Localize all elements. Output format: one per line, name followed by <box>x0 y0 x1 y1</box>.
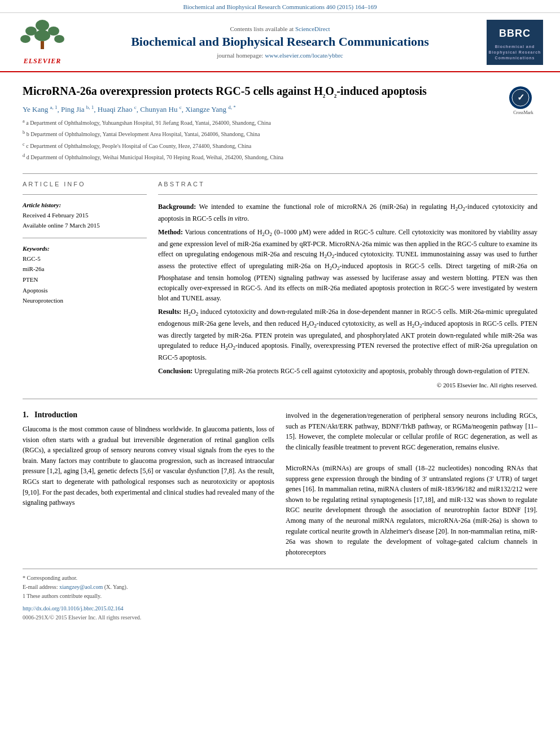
received-date: Received 4 February 2015 Available onlin… <box>23 211 147 230</box>
svg-point-3 <box>20 35 30 43</box>
svg-text:Biochemical and: Biochemical and <box>495 45 535 49</box>
email-link[interactable]: xiangzey@aol.com <box>59 584 103 590</box>
doi-link[interactable]: http://dx.doi.org/10.1016/j.bbrc.2015.02… <box>23 605 123 611</box>
elsevier-tree-icon <box>20 19 65 53</box>
authors-line: Ye Kang a, 1, Ping Jia b, 1, Huaqi Zhao … <box>23 104 498 114</box>
svg-text:✓: ✓ <box>517 93 524 102</box>
copyright-text: © 2015 Elsevier Inc. All rights reserved… <box>158 381 537 390</box>
svg-point-4 <box>34 30 50 41</box>
intro-heading: 1. Introduction <box>23 410 274 420</box>
method-para: Method: Various concentrations of H2O2 (… <box>158 227 537 303</box>
intro-col-right: involved in the degeneration/regeneratio… <box>286 410 537 557</box>
footer-notes: * Corresponding author. E-mail address: … <box>23 569 537 622</box>
divider-keywords <box>23 238 147 238</box>
sciencedirect-line: Contents lists available at ScienceDirec… <box>79 25 481 32</box>
affiliation-c: c c Department of Ophthalmology, People'… <box>23 141 498 151</box>
equal-contrib-note: 1 These authors contribute equally. <box>23 592 537 601</box>
keyword-3: PTEN <box>23 274 147 285</box>
footer-bottom: http://dx.doi.org/10.1016/j.bbrc.2015.02… <box>23 604 537 622</box>
journal-header: ELSEVIER Contents lists available at Sci… <box>0 13 560 72</box>
article-content: MicroRNA-26a overexpression protects RGC… <box>0 72 560 634</box>
keywords-list: RGC-5 miR-26a PTEN Apoptosis Neuroprotec… <box>23 254 147 306</box>
svg-point-0 <box>36 20 49 31</box>
corresponding-note: * Corresponding author. <box>23 574 537 583</box>
bbrc-logo: BBRC Biochemical and Biophysical Researc… <box>487 20 543 65</box>
introduction-section: 1. Introduction Glaucoma is the most com… <box>23 410 537 557</box>
affiliations: a a Department of Ophthalmology, Yuhuang… <box>23 117 498 162</box>
keyword-5: Neuroprotection <box>23 295 147 306</box>
bbrc-logo-section: BBRC Biochemical and Biophysical Researc… <box>487 20 549 65</box>
article-title-text: MicroRNA-26a overexpression protects RGC… <box>23 84 498 167</box>
abstract-label: ABSTRACT <box>158 181 537 187</box>
divider-article-info <box>23 194 147 195</box>
affiliation-a: a a Department of Ophthalmology, Yuhuang… <box>23 117 498 128</box>
bbrc-logo-image: BBRC Biochemical and Biophysical Researc… <box>487 20 543 65</box>
crossmark-logo: ✓ <box>511 89 530 107</box>
issn-text: 0006-291X/© 2015 Elsevier Inc. All right… <box>23 614 141 621</box>
results-text: H2O2 induced cytotoxicity and down-regul… <box>158 308 537 361</box>
keywords-label: Keywords: <box>23 245 147 252</box>
background-para: Background: We intended to examine the f… <box>158 202 537 224</box>
email-line: E-mail address: xiangzey@aol.com (X. Yan… <box>23 583 537 592</box>
conclusion-label: Conclusion: <box>158 367 193 375</box>
crossmark-label: CrossMark <box>509 110 537 115</box>
journal-reference: Biochemical and Biophysical Research Com… <box>0 0 560 13</box>
divider-1 <box>23 173 537 174</box>
journal-title: Biochemical and Biophysical Research Com… <box>79 34 481 49</box>
affiliation-b: b b Department of Ophthalmology, Yantai … <box>23 129 498 139</box>
svg-point-5 <box>54 35 64 43</box>
elsevier-label: ELSEVIER <box>11 57 73 65</box>
article-info-label: ARTICLE INFO <box>23 181 147 187</box>
article-info-col: ARTICLE INFO Article history: Received 4… <box>23 181 147 390</box>
intro-col-left: 1. Introduction Glaucoma is the most com… <box>23 410 274 557</box>
homepage-link[interactable]: www.elsevier.com/locate/ybbrc <box>265 52 343 59</box>
conclusion-para: Conclusion: Upregulating miR-26a protect… <box>158 366 537 376</box>
history-label: Article history: <box>23 202 147 208</box>
article-title: MicroRNA-26a overexpression protects RGC… <box>23 84 498 100</box>
keyword-2: miR-26a <box>23 264 147 274</box>
article-info-abstract: ARTICLE INFO Article history: Received 4… <box>23 181 537 390</box>
email-label: E-mail address: <box>23 584 58 590</box>
intro-text-left: Glaucoma is the most common cause of bli… <box>23 424 274 508</box>
method-text: Various concentrations of H2O2 (0–1000 μ… <box>158 228 537 302</box>
affiliation-d: d d Department of Ophthalmology, Weihai … <box>23 152 498 162</box>
sciencedirect-link[interactable]: ScienceDirect <box>295 25 330 32</box>
abstract-text: Background: We intended to examine the f… <box>158 202 537 390</box>
svg-rect-6 <box>41 41 44 49</box>
background-label: Background: <box>158 203 196 211</box>
keyword-1: RGC-5 <box>23 254 147 264</box>
journal-title-section: Contents lists available at ScienceDirec… <box>73 25 487 58</box>
main-body: 1. Introduction Glaucoma is the most com… <box>23 410 537 557</box>
svg-text:Communications: Communications <box>495 56 535 60</box>
divider-abstract <box>158 194 537 195</box>
method-label: Method: <box>158 228 183 236</box>
svg-text:Biophysical Research: Biophysical Research <box>489 50 541 55</box>
journal-homepage: journal homepage: www.elsevier.com/locat… <box>79 52 481 59</box>
divider-body <box>23 399 537 399</box>
article-title-section: MicroRNA-26a overexpression protects RGC… <box>23 84 537 167</box>
svg-text:BBRC: BBRC <box>499 28 531 39</box>
crossmark-section: ✓ CrossMark <box>509 86 537 115</box>
conclusion-text: Upregulating miR-26a protects RGC-5 cell… <box>194 367 530 375</box>
results-label: Results: <box>158 308 181 316</box>
email-person: (X. Yang). <box>104 584 128 590</box>
abstract-col: ABSTRACT Background: We intended to exam… <box>158 181 537 390</box>
crossmark-icon: ✓ <box>509 86 532 109</box>
keyword-4: Apoptosis <box>23 285 147 296</box>
results-para: Results: H2O2 induced cytotoxicity and d… <box>158 307 537 362</box>
elsevier-logo-section: ELSEVIER <box>11 19 73 65</box>
background-text: We intended to examine the functional ro… <box>158 203 537 222</box>
intro-text-right: involved in the degeneration/regeneratio… <box>286 410 537 557</box>
